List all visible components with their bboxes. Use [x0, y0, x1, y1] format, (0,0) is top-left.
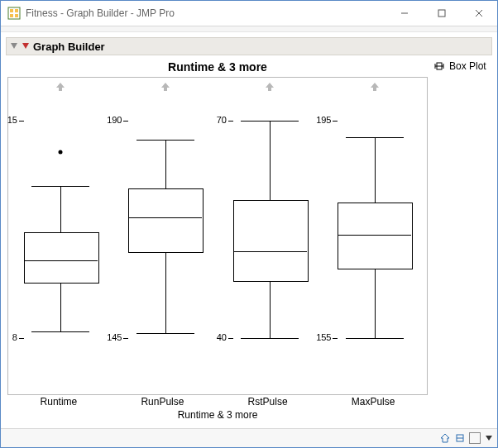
x-category-label: Runtime: [41, 396, 78, 407]
titlebar: Fitness - Graph Builder - JMP Pro: [1, 1, 497, 26]
svg-marker-19: [441, 434, 449, 442]
axis-tick-label: 155: [306, 332, 331, 342]
app-window: Fitness - Graph Builder - JMP Pro Graph …: [0, 0, 498, 448]
plot-title: Runtime & 3 more: [6, 57, 429, 77]
disclosure-icon[interactable]: [10, 42, 18, 50]
boxplot-MaxPulse: 195155: [323, 98, 428, 361]
boxplot-icon: [433, 60, 446, 72]
arrow-up-icon[interactable]: [55, 81, 66, 93]
content-area: Graph Builder Runtime & 3 more 158190145…: [1, 32, 497, 428]
x-category-label: RunPulse: [141, 396, 184, 407]
section-title: Graph Builder: [33, 41, 105, 53]
svg-rect-1: [10, 9, 13, 12]
arrow-up-icon[interactable]: [264, 81, 275, 93]
svg-rect-3: [10, 14, 13, 17]
axis-tick-label: 195: [306, 115, 331, 125]
status-square[interactable]: [469, 432, 481, 444]
boxplot-RunPulse: 190145: [113, 98, 218, 361]
axis-tick-label: 40: [202, 332, 227, 342]
axis-tick-label: 70: [202, 115, 227, 125]
svg-rect-4: [15, 14, 18, 17]
close-button[interactable]: [460, 1, 497, 26]
menubar: [1, 26, 497, 32]
menu-icon[interactable]: [22, 42, 30, 50]
svg-marker-14: [371, 83, 379, 91]
arrow-up-icon[interactable]: [369, 81, 381, 93]
svg-rect-6: [438, 10, 445, 17]
axis-tick-label: 190: [97, 115, 122, 125]
statusbar: [1, 428, 497, 447]
x-category-label: MaxPulse: [352, 396, 395, 407]
plot-frame[interactable]: 1581901457040195155 RuntimeRunPulseRstPu…: [7, 77, 428, 395]
legend: Box Plot: [429, 57, 492, 428]
svg-marker-11: [56, 83, 65, 91]
svg-rect-2: [15, 9, 18, 12]
drop-zone-arrows: [8, 81, 427, 93]
svg-marker-12: [161, 83, 170, 91]
boxplot-Runtime: 158: [8, 98, 113, 361]
window-buttons: [385, 1, 497, 26]
axis-tick-label: 145: [97, 332, 122, 342]
arrow-up-icon[interactable]: [160, 81, 171, 93]
pin-icon[interactable]: [454, 432, 466, 444]
home-icon[interactable]: [439, 432, 451, 444]
svg-marker-10: [22, 43, 29, 49]
x-category-label: RstPulse: [248, 396, 288, 407]
svg-marker-9: [11, 43, 17, 49]
axis-tick-label: 8: [0, 332, 17, 342]
minimize-button[interactable]: [385, 1, 423, 26]
section-header[interactable]: Graph Builder: [6, 37, 492, 55]
boxplot-RstPulse: 7040: [218, 98, 323, 361]
status-menu-icon[interactable]: [486, 436, 492, 441]
legend-label: Box Plot: [449, 60, 486, 72]
plot-area: Runtime & 3 more 1581901457040195155 Run…: [6, 55, 492, 428]
window-title: Fitness - Graph Builder - JMP Pro: [26, 7, 385, 19]
legend-item-boxplot[interactable]: Box Plot: [433, 60, 491, 72]
axis-tick-label: 15: [0, 115, 17, 125]
plot-canvas: 1581901457040195155: [8, 98, 427, 361]
app-icon: [7, 7, 21, 20]
maximize-button[interactable]: [423, 1, 460, 26]
x-axis: RuntimeRunPulseRstPulseMaxPulse Runtime …: [8, 396, 427, 424]
plot-column: Runtime & 3 more 1581901457040195155 Run…: [6, 57, 429, 428]
x-axis-title: Runtime & 3 more: [178, 409, 258, 421]
svg-marker-13: [266, 83, 274, 91]
